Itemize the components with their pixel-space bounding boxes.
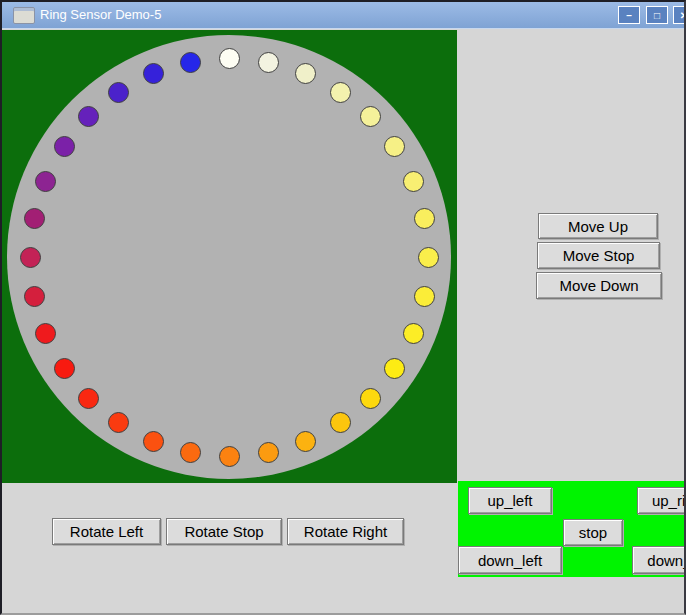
rotate-right-button[interactable]: Rotate Right	[287, 518, 404, 545]
maximize-icon: □	[654, 10, 660, 21]
rotate-left-button[interactable]: Rotate Left	[52, 518, 161, 545]
sensor-dot-11	[384, 358, 405, 379]
sensor-dot-13	[330, 412, 351, 433]
move-stop-button[interactable]: Move Stop	[537, 242, 660, 269]
sensor-dot-6	[403, 171, 424, 192]
sensor-dot-25	[24, 208, 45, 229]
sensor-dot-12	[360, 388, 381, 409]
sensor-dot-18	[143, 431, 164, 452]
sensor-dot-28	[78, 106, 99, 127]
up-right-button[interactable]: up_right	[637, 487, 684, 514]
sensor-dot-15	[258, 442, 279, 463]
sensor-dot-30	[143, 63, 164, 84]
sensor-dot-3	[330, 82, 351, 103]
sensor-dot-26	[35, 171, 56, 192]
close-button[interactable]: ✕	[673, 6, 686, 24]
move-down-button[interactable]: Move Down	[536, 272, 662, 299]
sensor-dot-29	[108, 82, 129, 103]
sensor-dot-2	[295, 63, 316, 84]
sensor-dot-21	[54, 358, 75, 379]
maximize-button[interactable]: □	[646, 6, 668, 24]
sensor-dot-10	[403, 323, 424, 344]
down-left-button[interactable]: down_left	[458, 546, 562, 574]
window-icon	[13, 7, 35, 24]
sensor-dot-31	[180, 52, 201, 73]
move-up-button[interactable]: Move Up	[538, 213, 658, 239]
sensor-dot-20	[78, 388, 99, 409]
sensor-dot-24	[20, 247, 41, 268]
sensor-dot-22	[35, 323, 56, 344]
direction-pad: up_left up_right stop down_left down_rig…	[458, 481, 684, 577]
up-left-button[interactable]: up_left	[468, 487, 552, 514]
window-title: Ring Sensor Demo-5	[40, 2, 161, 28]
close-icon: ✕	[680, 10, 686, 21]
minimize-icon: –	[626, 10, 632, 21]
sensor-dot-5	[384, 136, 405, 157]
sensor-dot-4	[360, 106, 381, 127]
pad-stop-button[interactable]: stop	[563, 519, 623, 546]
sensor-dot-27	[54, 136, 75, 157]
ring-sensor-canvas	[2, 30, 457, 483]
sensor-dot-16	[219, 446, 240, 467]
sensor-dot-17	[180, 442, 201, 463]
app-window: Ring Sensor Demo-5 – □ ✕ Move Up Move St…	[0, 0, 686, 615]
minimize-button[interactable]: –	[618, 6, 640, 24]
sensor-dot-14	[295, 431, 316, 452]
sensor-dot-0	[219, 48, 240, 69]
sensor-dot-23	[24, 286, 45, 307]
sensor-dot-7	[414, 208, 435, 229]
sensor-dot-19	[108, 412, 129, 433]
rotate-stop-button[interactable]: Rotate Stop	[166, 518, 282, 545]
down-right-button[interactable]: down_right	[632, 546, 684, 574]
sensor-dot-1	[258, 52, 279, 73]
sensor-dot-9	[414, 286, 435, 307]
sensor-disc	[7, 35, 451, 479]
sensor-dot-8	[418, 247, 439, 268]
titlebar[interactable]: Ring Sensor Demo-5 – □ ✕	[2, 2, 684, 29]
